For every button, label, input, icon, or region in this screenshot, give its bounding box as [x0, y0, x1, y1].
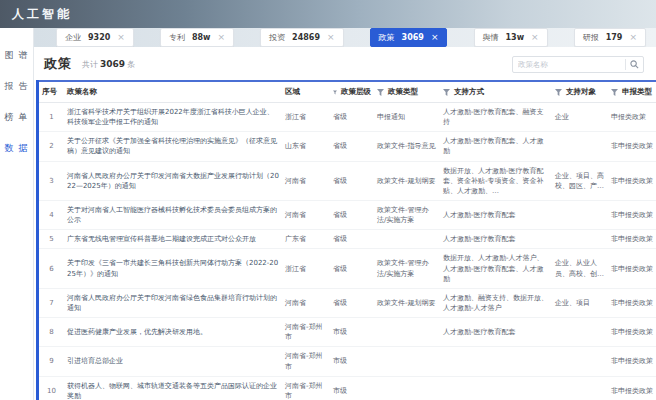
cell-level: 省级: [330, 200, 374, 229]
cell-type: 政策文件-指导意见: [374, 132, 440, 161]
cell-apply: 非申报类政策: [608, 318, 656, 347]
search-icon[interactable]: [625, 59, 643, 70]
cell-policy-name[interactable]: 引进培育总部企业: [64, 347, 282, 376]
filter-chip-patent[interactable]: 专利 88w ×: [160, 28, 234, 47]
cell-apply: 非申报类政策: [608, 288, 656, 317]
cell-policy-name[interactable]: 关于公开征求《关于加强全省科技伦理治理的实施意见》（征求意见稿）意见建议的通知: [64, 132, 282, 161]
col-header-apply[interactable]: 申报类型: [608, 81, 656, 103]
close-icon[interactable]: ×: [117, 33, 125, 42]
table-row[interactable]: 10 获得机器人、物联网、城市轨道交通装备等五类产品国际认证的企业奖励 河南省-…: [39, 376, 656, 400]
col-header-type[interactable]: 政策类型: [374, 81, 440, 103]
cell-target: [552, 376, 608, 400]
col-header-region: 区域: [282, 81, 330, 103]
cell-type: 政策文件-管理办法/实施方案: [374, 200, 440, 229]
filter-funnel-icon: [555, 89, 562, 96]
cell-target: [552, 200, 608, 229]
chip-label: 专利: [169, 32, 185, 43]
cell-no: 5: [39, 230, 64, 249]
cell-policy-name[interactable]: 促进医药健康产业发展，优先解决研发用地。: [64, 318, 282, 347]
cell-level: 省级: [330, 249, 374, 288]
chip-label: 政策: [379, 32, 395, 43]
close-icon[interactable]: ×: [629, 33, 637, 42]
filter-chip-bar: 企业 9320 × 专利 88w × 投资 24869 × 政策 3069 × …: [34, 28, 656, 47]
filter-chip-policy[interactable]: 政策 3069 ×: [370, 28, 448, 47]
filter-chip-research[interactable]: 研报 179 ×: [574, 28, 646, 47]
cell-support: 人才激励、融资支持、数据开放、人才激励-人才落户: [440, 288, 552, 317]
sidebar-item-graph[interactable]: 图 谱: [0, 40, 33, 71]
cell-support: 人才激励-医疗教育配套: [440, 200, 552, 229]
chip-count: 13w: [506, 33, 525, 42]
chip-count: 3069: [402, 33, 424, 42]
cell-region: 河南省: [282, 200, 330, 229]
cell-policy-name[interactable]: 河南省人民政府办公厅关于印发河南省绿色食品集群培育行动计划的通知: [64, 288, 282, 317]
filter-chip-enterprise[interactable]: 企业 9320 ×: [56, 28, 134, 47]
chip-count: 9320: [88, 33, 110, 42]
sidebar-item-ranking[interactable]: 榜 单: [0, 102, 33, 133]
table-row[interactable]: 1 浙江省科学技术厅关于组织开展2022年度浙江省科技小巨人企业、科技领军企业申…: [39, 103, 656, 132]
table-body: 1 浙江省科学技术厅关于组织开展2022年度浙江省科技小巨人企业、科技领军企业申…: [39, 103, 656, 400]
close-icon[interactable]: ×: [531, 33, 539, 42]
search-input[interactable]: [513, 60, 625, 69]
cell-region: 山东省: [282, 132, 330, 161]
cell-region: 浙江省: [282, 249, 330, 288]
close-icon[interactable]: ×: [327, 33, 335, 42]
cell-target: 企业、项目: [552, 288, 608, 317]
table-row[interactable]: 5 广东省无线电管理宣传科普基地二期建设完成正式对公众开放 广东省 省级 人才激…: [39, 230, 656, 249]
cell-type: 申报通知: [374, 103, 440, 132]
cell-policy-name[interactable]: 关于对河南省人工智能医疗器械科技孵化技术委员会委员组成方案的公示: [64, 200, 282, 229]
table-row[interactable]: 4 关于对河南省人工智能医疗器械科技孵化技术委员会委员组成方案的公示 河南省 省…: [39, 200, 656, 229]
sidebar-item-report[interactable]: 报 告: [0, 71, 33, 102]
cell-target: [552, 132, 608, 161]
cell-support: 人才激励-医疗教育配套、人才激励: [440, 132, 552, 161]
chip-count: 24869: [292, 33, 320, 42]
cell-policy-name[interactable]: 河南省人民政府办公厅关于印发河南省大数据产业发展行动计划（2022—2025年）…: [64, 161, 282, 200]
cell-policy-name[interactable]: 浙江省科学技术厅关于组织开展2022年度浙江省科技小巨人企业、科技领军企业申报工…: [64, 103, 282, 132]
cell-support: 人才激励-医疗教育配套: [440, 230, 552, 249]
cell-region: 浙江省: [282, 103, 330, 132]
cell-no: 1: [39, 103, 64, 132]
col-header-target[interactable]: 支持对象: [552, 81, 608, 103]
filter-funnel-icon: [611, 89, 618, 96]
filter-chip-investment[interactable]: 投资 24869 ×: [260, 28, 343, 47]
sidebar: 图 谱 报 告 榜 单 数 据: [0, 28, 34, 400]
cell-policy-name[interactable]: 关于印发《三省一市共建长三角科技创新共同体行动方案（2022-2025年）》的通…: [64, 249, 282, 288]
cell-no: 4: [39, 200, 64, 229]
col-header-level[interactable]: 政策层级: [330, 81, 374, 103]
cell-target: [552, 230, 608, 249]
chip-count: 179: [606, 33, 623, 42]
cell-target: [552, 318, 608, 347]
close-icon[interactable]: ×: [217, 33, 225, 42]
cell-level: 省级: [330, 132, 374, 161]
cell-apply: 申报类政策: [608, 103, 656, 132]
total-prefix: 共计: [82, 60, 98, 69]
app-title: 人工智能: [12, 6, 72, 23]
cell-region: 河南省-郑州市: [282, 376, 330, 400]
table-row[interactable]: 9 引进培育总部企业 河南省-郑州市 市级 非申报类政策: [39, 347, 656, 376]
table-row[interactable]: 8 促进医药健康产业发展，优先解决研发用地。 河南省-郑州市 市级 人才激励-医…: [39, 318, 656, 347]
cell-target: 企业、项目、高校、园区、产…: [552, 161, 608, 200]
sidebar-item-data[interactable]: 数 据: [0, 133, 33, 164]
close-icon[interactable]: ×: [431, 33, 439, 42]
cell-policy-name[interactable]: 获得机器人、物联网、城市轨道交通装备等五类产品国际认证的企业奖励: [64, 376, 282, 400]
cell-support: 人才激励-医疗教育配套: [440, 318, 552, 347]
total-value: 3069: [100, 59, 125, 69]
cell-level: 省级: [330, 103, 374, 132]
chip-count: 88w: [192, 33, 211, 42]
table-row[interactable]: 7 河南省人民政府办公厅关于印发河南省绿色食品集群培育行动计划的通知 河南省 省…: [39, 288, 656, 317]
filter-chip-sentiment[interactable]: 舆情 13w ×: [474, 28, 548, 47]
col-header-name: 政策名称: [64, 81, 282, 103]
chip-label: 投资: [269, 32, 285, 43]
cell-level: 省级: [330, 161, 374, 200]
cell-type: [374, 230, 440, 249]
cell-type: 政策文件-规划纲要: [374, 161, 440, 200]
cell-target: 企业、从业人员、高校、创…: [552, 249, 608, 288]
table-row[interactable]: 6 关于印发《三省一市共建长三角科技创新共同体行动方案（2022-2025年）》…: [39, 249, 656, 288]
cell-policy-name[interactable]: 广东省无线电管理宣传科普基地二期建设完成正式对公众开放: [64, 230, 282, 249]
cell-level: 市级: [330, 318, 374, 347]
cell-support: 数据开放、人才激励-人才落户、人才激励-医疗教育配套、人才激励: [440, 249, 552, 288]
cell-region: 广东省: [282, 230, 330, 249]
page-title: 政策: [44, 55, 72, 73]
table-row[interactable]: 3 河南省人民政府办公厅关于印发河南省大数据产业发展行动计划（2022—2025…: [39, 161, 656, 200]
col-header-support[interactable]: 支持方式: [440, 81, 552, 103]
table-row[interactable]: 2 关于公开征求《关于加强全省科技伦理治理的实施意见》（征求意见稿）意见建议的通…: [39, 132, 656, 161]
